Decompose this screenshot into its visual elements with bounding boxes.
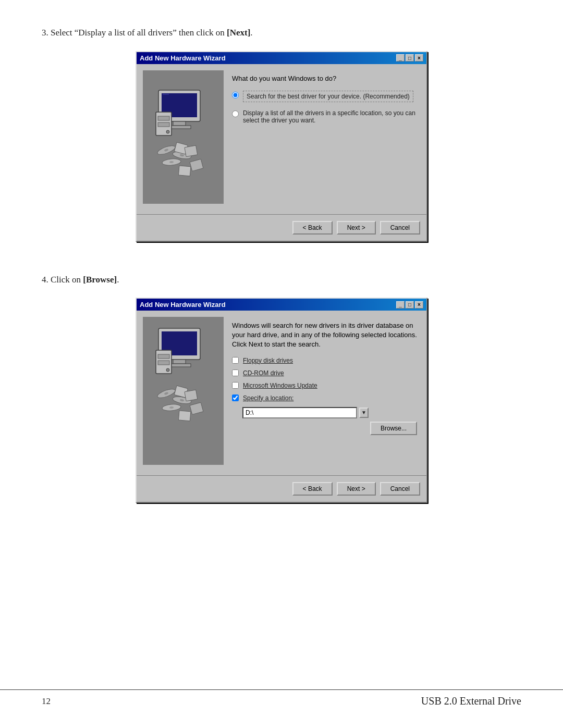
step4-back-button[interactable]: < Back bbox=[292, 482, 333, 496]
step4-titlebar-controls: _ □ × bbox=[396, 301, 423, 309]
step4-button-row: < Back Next > Cancel bbox=[137, 478, 426, 502]
check-item-floppy: Floppy disk drives bbox=[232, 357, 417, 364]
dialog-divider-2 bbox=[137, 475, 426, 476]
svg-point-9 bbox=[166, 130, 169, 133]
step4-dialog-wrapper: Add New Hardware Wizard _ □ × bbox=[42, 298, 521, 503]
step4-titlebar: Add New Hardware Wizard _ □ × bbox=[137, 299, 426, 311]
svg-rect-37 bbox=[178, 411, 190, 421]
dialog-divider-1 bbox=[137, 214, 426, 215]
step3-titlebar: Add New Hardware Wizard _ □ × bbox=[137, 52, 426, 64]
step3-button-row: < Back Next > Cancel bbox=[137, 217, 426, 241]
page-footer: 12 USB 2.0 External Drive bbox=[0, 689, 563, 712]
close-button[interactable]: × bbox=[415, 54, 423, 61]
location-row: ▼ Browse... bbox=[242, 407, 417, 435]
check-floppy[interactable] bbox=[232, 357, 239, 364]
radio-label-box-1: Search for the best driver for your devi… bbox=[243, 91, 413, 102]
step4-maximize-button[interactable]: □ bbox=[406, 301, 414, 309]
step4-next-button[interactable]: Next > bbox=[337, 482, 376, 496]
check-label-cdrom: CD-ROM drive bbox=[243, 369, 284, 377]
svg-rect-17 bbox=[185, 145, 198, 157]
step4-close-button[interactable]: × bbox=[415, 301, 423, 309]
location-input[interactable] bbox=[242, 407, 357, 418]
svg-rect-36 bbox=[185, 390, 198, 401]
step3-back-button[interactable]: < Back bbox=[292, 221, 333, 235]
step4-main-content: Windows will search for new drivers in i… bbox=[229, 317, 420, 465]
check-label-location: Specify a location: bbox=[243, 394, 293, 402]
radio-item-2: Display a list of all the drivers in a s… bbox=[232, 109, 417, 124]
radio-display-list[interactable] bbox=[232, 110, 239, 117]
radio-label-1: Search for the best driver for your devi… bbox=[247, 93, 410, 100]
check-cdrom[interactable] bbox=[232, 369, 239, 376]
step4-wizard-illustration bbox=[143, 317, 224, 465]
maximize-button[interactable]: □ bbox=[406, 54, 414, 61]
svg-rect-26 bbox=[158, 354, 169, 359]
svg-rect-18 bbox=[178, 166, 190, 176]
check-item-windows-update: Microsoft Windows Update bbox=[232, 382, 417, 389]
svg-point-28 bbox=[166, 368, 169, 372]
minimize-button[interactable]: _ bbox=[396, 54, 405, 61]
svg-rect-8 bbox=[158, 122, 169, 127]
step3-body: What do you want Windows to do? Search f… bbox=[137, 64, 426, 210]
step3-dialog: Add New Hardware Wizard _ □ × bbox=[136, 51, 427, 242]
check-label-windows-update: Microsoft Windows Update bbox=[243, 382, 317, 389]
page-content: 3. Select “Display a list of all drivers… bbox=[0, 0, 563, 570]
step4-dialog: Add New Hardware Wizard _ □ × bbox=[136, 298, 427, 503]
step3-radio-group: Search for the best driver for your devi… bbox=[232, 91, 417, 124]
svg-rect-4 bbox=[173, 121, 186, 126]
browse-row: Browse... bbox=[242, 422, 417, 435]
svg-rect-7 bbox=[158, 116, 169, 120]
check-item-location: Specify a location: bbox=[232, 394, 417, 402]
radio-item-1: Search for the best driver for your devi… bbox=[232, 91, 417, 102]
titlebar-controls: _ □ × bbox=[396, 54, 423, 61]
step4-title: Add New Hardware Wizard bbox=[140, 301, 226, 309]
step4-cancel-button[interactable]: Cancel bbox=[380, 482, 420, 496]
step3-title: Add New Hardware Wizard bbox=[140, 54, 226, 62]
step3-instruction: 3. Select “Display a list of all drivers… bbox=[42, 26, 521, 40]
step4-checklist: Floppy disk drives CD-ROM drive Microsof… bbox=[232, 357, 417, 402]
step3-dialog-wrapper: Add New Hardware Wizard _ □ × bbox=[42, 51, 521, 242]
wizard-illustration bbox=[143, 70, 224, 204]
step4-minimize-button[interactable]: _ bbox=[396, 301, 405, 309]
check-windows-update[interactable] bbox=[232, 382, 239, 389]
svg-rect-23 bbox=[173, 360, 186, 364]
footer-title: USB 2.0 External Drive bbox=[421, 695, 521, 707]
browse-button[interactable]: Browse... bbox=[370, 422, 417, 435]
step3-question: What do you want Windows to do? bbox=[232, 75, 417, 82]
radio-label-2: Display a list of all the drivers in a s… bbox=[243, 109, 417, 124]
check-label-floppy: Floppy disk drives bbox=[243, 357, 293, 364]
step4-instruction: 4. Click on [Browse]. bbox=[42, 273, 521, 287]
step4-description: Windows will search for new drivers in i… bbox=[232, 321, 417, 350]
step4-body: Windows will search for new drivers in i… bbox=[137, 311, 426, 471]
check-item-cdrom: CD-ROM drive bbox=[232, 369, 417, 377]
radio-best-driver[interactable] bbox=[232, 92, 239, 98]
step3-cancel-button[interactable]: Cancel bbox=[380, 221, 420, 235]
location-input-row: ▼ bbox=[242, 407, 417, 418]
svg-rect-27 bbox=[158, 361, 169, 365]
check-location[interactable] bbox=[232, 394, 239, 401]
step3-main-content: What do you want Windows to do? Search f… bbox=[229, 70, 420, 204]
location-dropdown-arrow[interactable]: ▼ bbox=[359, 408, 369, 418]
footer-page-number: 12 bbox=[42, 696, 51, 707]
step3-next-button[interactable]: Next > bbox=[337, 221, 376, 235]
